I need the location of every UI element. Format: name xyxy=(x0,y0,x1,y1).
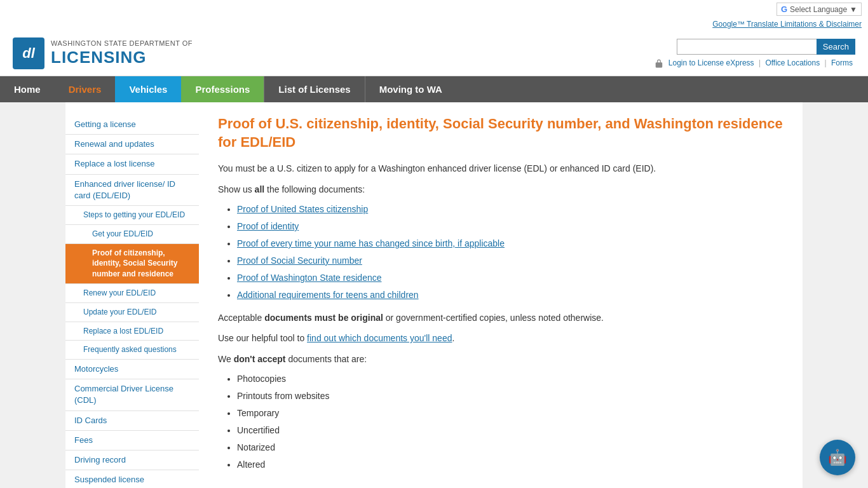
list-item: Proof of every time your name has change… xyxy=(237,237,783,250)
document-links-list: Proof of United States citizenship Proof… xyxy=(237,203,783,302)
list-item: Additional requirements for teens and ch… xyxy=(237,288,783,302)
list-item: Uncertified xyxy=(237,424,783,437)
list-item: Photocopies xyxy=(237,372,783,386)
chatbot-button[interactable]: 🤖 xyxy=(820,440,855,475)
show-all-paragraph: Show us all the following documents: xyxy=(218,182,783,196)
find-documents-link[interactable]: find out which documents you'll need xyxy=(307,333,452,343)
list-item: Proof of United States citizenship xyxy=(237,203,783,216)
sidebar-item-motorcycles: Motorcycles xyxy=(65,360,199,379)
sidebar-item-id-cards: ID Cards xyxy=(65,411,199,431)
list-item: Proof of identity xyxy=(237,220,783,233)
top-bar: G Select Language ▼ xyxy=(0,0,868,18)
logo-text: WASHINGTON STATE DEPARTMENT OF LICENSING xyxy=(51,39,193,67)
sidebar-link-replace-lost[interactable]: Replace a lost license xyxy=(65,154,199,173)
sidebar-link-getting-license[interactable]: Getting a license xyxy=(65,115,199,134)
sidebar-item-suspended: Suspended license xyxy=(65,470,199,488)
nav-home[interactable]: Home xyxy=(0,76,55,102)
logo-dept: WASHINGTON STATE DEPARTMENT OF xyxy=(51,39,193,48)
sidebar-link-suspended[interactable]: Suspended license xyxy=(65,470,199,488)
sidebar-item-renewal: Renewal and updates xyxy=(65,135,199,154)
proof-ssn-link[interactable]: Proof of Social Security number xyxy=(237,255,362,266)
main-content: Proof of U.S. citizenship, identity, Soc… xyxy=(199,109,803,488)
office-locations-link[interactable]: Office Locations xyxy=(765,58,820,67)
main-wrapper: Getting a license Renewal and updates Re… xyxy=(65,102,803,488)
sidebar-link-cdl[interactable]: Commercial Driver License (CDL) xyxy=(65,379,199,410)
nav-drivers[interactable]: Drivers xyxy=(55,76,116,102)
sidebar-link-get-edl[interactable]: Get your EDL/EID xyxy=(65,225,199,243)
sidebar-link-driving-record[interactable]: Driving record xyxy=(65,451,199,470)
sidebar-link-renew-edl[interactable]: Renew your EDL/EID xyxy=(65,284,199,302)
list-item: Printouts from websites xyxy=(237,390,783,403)
translate-disclaimer-link[interactable]: Google™ Translate Limitations & Disclaim… xyxy=(712,20,862,29)
sidebar-link-replace-edl[interactable]: Replace a lost EDL/EID xyxy=(65,322,199,341)
sidebar-item-renew-edl: Renew your EDL/EID xyxy=(65,284,199,303)
sidebar-link-motorcycles[interactable]: Motorcycles xyxy=(65,360,199,379)
page-title: Proof of U.S. citizenship, identity, Soc… xyxy=(218,115,783,151)
main-nav: Home Drivers Vehicles Professions List o… xyxy=(0,76,868,102)
search-button[interactable]: Search xyxy=(817,39,855,55)
sidebar-item-fees: Fees xyxy=(65,431,199,451)
sidebar-link-faq[interactable]: Frequently asked questions xyxy=(65,341,199,359)
not-accepted-list: Photocopies Printouts from websites Temp… xyxy=(237,372,783,471)
sidebar-link-update-edl[interactable]: Update your EDL/EID xyxy=(65,303,199,322)
list-item: Proof of Washington State residence xyxy=(237,271,783,285)
lock-icon xyxy=(654,59,663,68)
sidebar-item-edl: Enhanced driver license/ ID card (EDL/EI… xyxy=(65,175,199,206)
list-item: Temporary xyxy=(237,407,783,420)
sidebar-item-getting-a-license: Getting a license xyxy=(65,115,199,135)
tool-paragraph: Use our helpful tool to find out which d… xyxy=(218,331,783,345)
sidebar-link-proof-citizenship[interactable]: Proof of citizenship, identity, Social S… xyxy=(65,244,199,283)
list-item: Notarized xyxy=(237,441,783,454)
header-right: Search Login to License eXpress | Office… xyxy=(654,39,855,68)
nav-vehicles[interactable]: Vehicles xyxy=(115,76,181,102)
translate-widget[interactable]: G Select Language ▼ xyxy=(776,3,862,16)
proof-residence-link[interactable]: Proof of Washington State residence xyxy=(237,273,382,283)
sidebar-item-driving-record: Driving record xyxy=(65,451,199,470)
nav-moving-to-wa[interactable]: Moving to WA xyxy=(365,76,456,102)
search-input[interactable] xyxy=(677,39,817,55)
sidebar-item-replace-edl: Replace a lost EDL/EID xyxy=(65,322,199,341)
sidebar-item-proof-citizenship: Proof of citizenship, identity, Social S… xyxy=(65,244,199,284)
sidebar-item-steps-edl: Steps to getting your EDL/EID xyxy=(65,206,199,225)
login-link[interactable]: Login to License eXpress xyxy=(668,58,754,67)
sidebar-link-edl[interactable]: Enhanced driver license/ ID card (EDL/EI… xyxy=(65,175,199,205)
sidebar-link-steps-edl[interactable]: Steps to getting your EDL/EID xyxy=(65,206,199,224)
intro-paragraph: You must be a U.S. citizen to apply for … xyxy=(218,161,783,175)
search-bar: Search xyxy=(677,39,855,55)
logo-name: LICENSING xyxy=(51,48,193,67)
translate-bar: Google™ Translate Limitations & Disclaim… xyxy=(0,18,868,31)
not-accept-paragraph: We don't accept documents that are: xyxy=(218,352,783,366)
sidebar-item-update-edl: Update your EDL/EID xyxy=(65,303,199,322)
acceptable-docs-paragraph: Acceptable documents must be original or… xyxy=(218,311,783,325)
logo-area: dl WASHINGTON STATE DEPARTMENT OF LICENS… xyxy=(13,37,193,69)
list-item: Altered xyxy=(237,458,783,471)
logo-icon: dl xyxy=(13,37,44,69)
teen-requirements-link[interactable]: Additional requirements for teens and ch… xyxy=(237,290,419,300)
proof-identity-link[interactable]: Proof of identity xyxy=(237,221,299,231)
sidebar-item-cdl: Commercial Driver License (CDL) xyxy=(65,379,199,410)
sidebar-link-id-cards[interactable]: ID Cards xyxy=(65,411,199,430)
list-item: Proof of Social Security number xyxy=(237,254,783,268)
nav-professions[interactable]: Professions xyxy=(181,76,264,102)
sidebar-link-renewal[interactable]: Renewal and updates xyxy=(65,135,199,154)
proof-citizenship-link[interactable]: Proof of United States citizenship xyxy=(237,204,368,214)
sidebar: Getting a license Renewal and updates Re… xyxy=(65,109,199,488)
sidebar-link-fees[interactable]: Fees xyxy=(65,431,199,450)
sidebar-item-get-edl: Get your EDL/EID xyxy=(65,225,199,244)
proof-name-change-link[interactable]: Proof of every time your name has change… xyxy=(237,238,505,248)
nav-list-of-licenses[interactable]: List of Licenses xyxy=(264,76,364,102)
sidebar-item-faq: Frequently asked questions xyxy=(65,341,199,360)
header-links: Login to License eXpress | Office Locati… xyxy=(654,58,855,68)
sidebar-item-replace-lost: Replace a lost license xyxy=(65,154,199,174)
site-header: dl WASHINGTON STATE DEPARTMENT OF LICENS… xyxy=(0,31,868,76)
forms-link[interactable]: Forms xyxy=(831,58,853,67)
